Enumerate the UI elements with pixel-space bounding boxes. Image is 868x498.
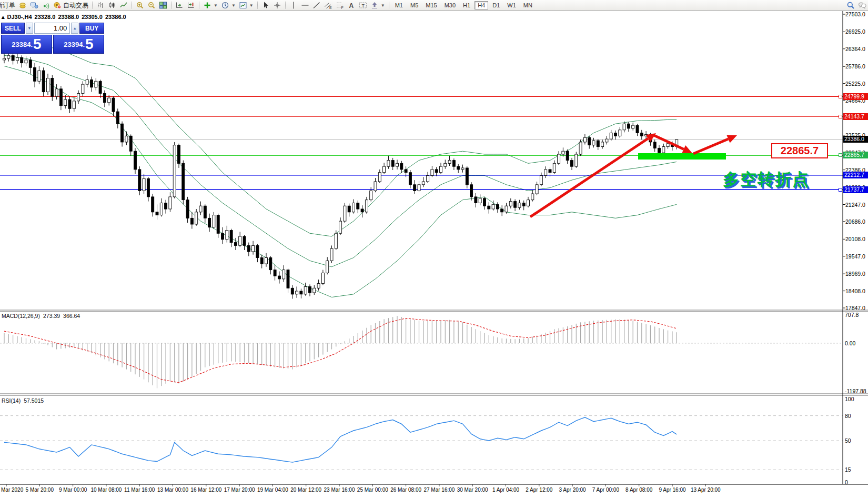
toolbar-separator: [199, 2, 199, 9]
support-price-label[interactable]: 22865.7: [771, 143, 828, 158]
chat-icon[interactable]: [856, 1, 868, 10]
volume-decrease-button[interactable]: ▾: [26, 23, 33, 34]
shapes-tool-button[interactable]: ▼: [369, 1, 387, 10]
periods-button[interactable]: ▼: [219, 1, 237, 10]
timeframe-m5-button[interactable]: M5: [407, 1, 421, 9]
vertical-line-tool-button[interactable]: [288, 1, 299, 10]
coins-icon[interactable]: [17, 1, 28, 10]
search-icon[interactable]: [845, 1, 856, 10]
chart-shift-button[interactable]: [185, 1, 197, 10]
svg-text:A: A: [349, 2, 354, 9]
toolbar-separator: [389, 2, 389, 9]
toolbar-separator: [92, 2, 93, 9]
label-tool-button[interactable]: T: [357, 1, 369, 10]
sell-price-pips: 5: [33, 37, 42, 52]
crosshair-tool-button[interactable]: [271, 1, 283, 10]
timeframe-m15-button[interactable]: M15: [422, 1, 440, 9]
chart-canvas[interactable]: [0, 0, 868, 498]
toolbar: 新订单自动交易▼▼▼EFAT▼M1M5M15M30H1H4D1W1MN: [0, 0, 868, 11]
timeframe-m30-button[interactable]: M30: [441, 1, 459, 9]
buy-price: 23394.: [64, 41, 85, 48]
sell-price-button[interactable]: 23384.5: [1, 35, 52, 54]
tile-windows-button[interactable]: [157, 1, 169, 10]
svg-text:F: F: [341, 6, 343, 9]
support-zone-bar[interactable]: [638, 153, 726, 160]
indicators-button[interactable]: ▼: [201, 1, 219, 10]
volume-increase-button[interactable]: ▴: [71, 23, 78, 34]
toolbar-separator: [257, 2, 258, 9]
cursor-tool-button[interactable]: [260, 1, 271, 10]
candle-chart-mode-button[interactable]: [106, 1, 118, 10]
timeframe-h4-button[interactable]: H4: [475, 1, 488, 9]
new-order-button[interactable]: 新订单: [0, 1, 17, 10]
toolbar-separator: [171, 2, 171, 9]
sell-button[interactable]: SELL: [1, 23, 25, 34]
buy-price-pips: 5: [85, 37, 94, 52]
line-chart-mode-button[interactable]: [118, 1, 129, 10]
rsi-line: [4, 417, 677, 462]
bollinger-upper-band: [4, 45, 677, 236]
trendline-tool-button[interactable]: [311, 1, 322, 10]
svg-text:E: E: [329, 6, 332, 9]
channel-tool-button[interactable]: E: [322, 1, 334, 10]
buy-price-button[interactable]: 23394.5: [53, 35, 104, 54]
zoom-out-button[interactable]: [146, 1, 157, 10]
timeframe-h1-button[interactable]: H1: [460, 1, 473, 9]
timeframe-d1-button[interactable]: D1: [489, 1, 503, 9]
one-click-trading-panel: SELL ▾ 1.00 ▴ BUY 23384.5 23394.5: [1, 23, 104, 54]
toolbar-separator: [132, 2, 132, 9]
zoom-in-button[interactable]: [134, 1, 146, 10]
macd-signal-line: [4, 318, 677, 383]
auto-scroll-button[interactable]: [174, 1, 185, 10]
toolbar-separator: [285, 2, 286, 9]
horizontal-line-tool-button[interactable]: [299, 1, 311, 10]
autotrade-button[interactable]: 自动交易: [52, 1, 90, 10]
buy-button[interactable]: BUY: [79, 23, 104, 34]
timeframe-m1-button[interactable]: M1: [392, 1, 406, 9]
timeframe-w1-button[interactable]: W1: [504, 1, 519, 9]
timeframe-mn-button[interactable]: MN: [520, 1, 536, 9]
sell-price: 23384.: [12, 41, 33, 48]
signals-icon[interactable]: [40, 1, 52, 10]
svg-text:T: T: [361, 3, 365, 8]
fibonacci-tool-button[interactable]: F: [334, 1, 346, 10]
text-tool-button[interactable]: A: [346, 1, 357, 10]
terminal-icon[interactable]: [28, 1, 40, 10]
templates-button[interactable]: ▼: [237, 1, 255, 10]
volume-input[interactable]: 1.00: [34, 23, 70, 34]
bar-chart-mode-button[interactable]: [95, 1, 106, 10]
